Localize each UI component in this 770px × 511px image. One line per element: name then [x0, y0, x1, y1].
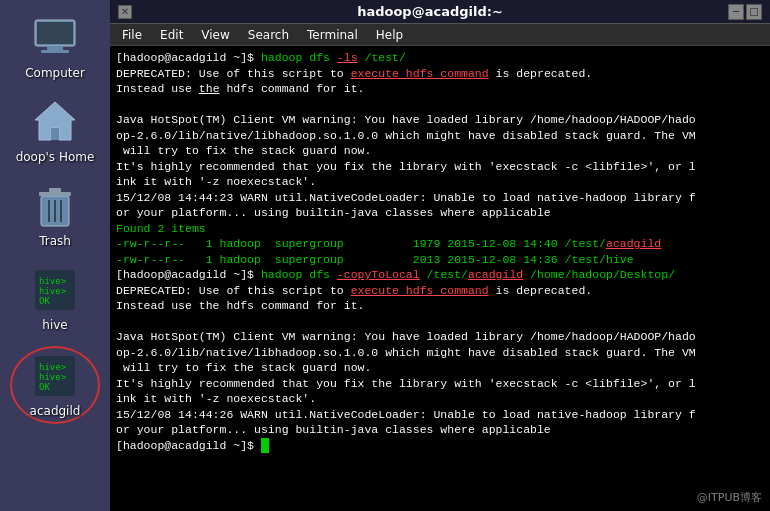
home-icon [31, 98, 79, 146]
term-line-5: op-2.6.0/lib/native/libhadoop.so.1.0.0 w… [116, 128, 764, 144]
term-line-1: DEPRECATED: Use of this script to execut… [116, 66, 764, 82]
svg-text:hive>: hive> [39, 362, 67, 372]
svg-rect-2 [47, 46, 63, 50]
term-line-21: It's highly recommended that you fix the… [116, 376, 764, 392]
svg-text:OK: OK [39, 296, 50, 306]
term-line-7: It's highly recommended that you fix the… [116, 159, 764, 175]
watermark: @ITPUB博客 [697, 490, 762, 505]
term-line-6: will try to fix the stack guard now. [116, 143, 764, 159]
home-label: doop's Home [16, 150, 95, 164]
menu-file[interactable]: File [114, 26, 150, 44]
menu-search[interactable]: Search [240, 26, 297, 44]
term-line-0: [hadoop@acadgild ~]$ hadoop dfs -ls /tes… [116, 50, 764, 66]
computer-icon-item[interactable]: Computer [10, 10, 100, 84]
terminal-output[interactable]: [hadoop@acadgild ~]$ hadoop dfs -ls /tes… [110, 46, 770, 511]
hive-icon-item[interactable]: hive> hive> OK hive [10, 262, 100, 336]
svg-rect-3 [41, 50, 69, 53]
term-line-2: Instead use the hdfs command for it. [116, 81, 764, 97]
close-button[interactable]: ✕ [118, 5, 132, 19]
svg-rect-7 [39, 192, 71, 196]
hive-icon: hive> hive> OK [31, 266, 79, 314]
term-line-3 [116, 97, 764, 113]
menu-edit[interactable]: Edit [152, 26, 191, 44]
acadgild-label: acadgild [30, 404, 81, 418]
term-line-12: -rw-r--r-- 1 hadoop supergroup 1979 2015… [116, 236, 764, 252]
term-line-11: Found 2 items [116, 221, 764, 237]
term-line-17 [116, 314, 764, 330]
term-line-9: 15/12/08 14:44:23 WARN util.NativeCodeLo… [116, 190, 764, 206]
svg-rect-8 [49, 188, 61, 192]
computer-icon [31, 14, 79, 62]
trash-icon [31, 182, 79, 230]
term-line-10: or your platform... using builtin-java c… [116, 205, 764, 221]
svg-rect-5 [51, 128, 59, 140]
window-controls: ─ □ [728, 4, 762, 20]
svg-text:hive>: hive> [39, 372, 67, 382]
term-line-23: 15/12/08 14:44:26 WARN util.NativeCodeLo… [116, 407, 764, 423]
term-line-15: DEPRECATED: Use of this script to execut… [116, 283, 764, 299]
svg-text:hive>: hive> [39, 286, 67, 296]
term-line-4: Java HotSpot(TM) Client VM warning: You … [116, 112, 764, 128]
terminal-window: ✕ hadoop@acadgild:~ ─ □ File Edit View S… [110, 0, 770, 511]
term-line-22: ink it with '-z noexecstack'. [116, 391, 764, 407]
menu-terminal[interactable]: Terminal [299, 26, 366, 44]
menu-help[interactable]: Help [368, 26, 411, 44]
window-title: hadoop@acadgild:~ [132, 4, 728, 19]
trash-icon-item[interactable]: Trash [10, 178, 100, 252]
title-bar: ✕ hadoop@acadgild:~ ─ □ [110, 0, 770, 24]
term-line-20: will try to fix the stack guard now. [116, 360, 764, 376]
computer-label: Computer [25, 66, 85, 80]
svg-text:OK: OK [39, 382, 50, 392]
term-line-16: Instead use the hdfs command for it. [116, 298, 764, 314]
home-icon-item[interactable]: doop's Home [10, 94, 100, 168]
acadgild-icon-item[interactable]: hive> hive> OK acadgild [10, 346, 100, 424]
trash-label: Trash [39, 234, 71, 248]
term-line-14: [hadoop@acadgild ~]$ hadoop dfs -copyToL… [116, 267, 764, 283]
term-line-25: [hadoop@acadgild ~]$ [116, 438, 764, 454]
hive-label: hive [42, 318, 67, 332]
term-line-24: or your platform... using builtin-java c… [116, 422, 764, 438]
sidebar: Computer doop's Home Trash [0, 0, 110, 511]
term-line-8: ink it with '-z noexecstack'. [116, 174, 764, 190]
svg-text:hive>: hive> [39, 276, 67, 286]
minimize-button[interactable]: ─ [728, 4, 744, 20]
svg-rect-1 [37, 22, 73, 44]
term-line-13: -rw-r--r-- 1 hadoop supergroup 2013 2015… [116, 252, 764, 268]
maximize-button[interactable]: □ [746, 4, 762, 20]
term-line-18: Java HotSpot(TM) Client VM warning: You … [116, 329, 764, 345]
menu-view[interactable]: View [193, 26, 237, 44]
menu-bar: File Edit View Search Terminal Help [110, 24, 770, 46]
acadgild-icon: hive> hive> OK [31, 352, 79, 400]
term-line-19: op-2.6.0/lib/native/libhadoop.so.1.0.0 w… [116, 345, 764, 361]
